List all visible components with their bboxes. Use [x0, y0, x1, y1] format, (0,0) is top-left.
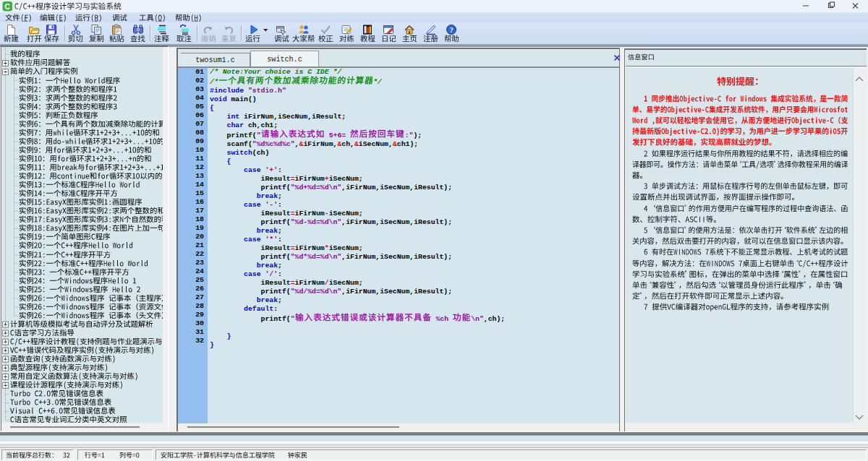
- svg-text:C: C: [5, 3, 10, 11]
- svg-text:?: ?: [449, 26, 453, 34]
